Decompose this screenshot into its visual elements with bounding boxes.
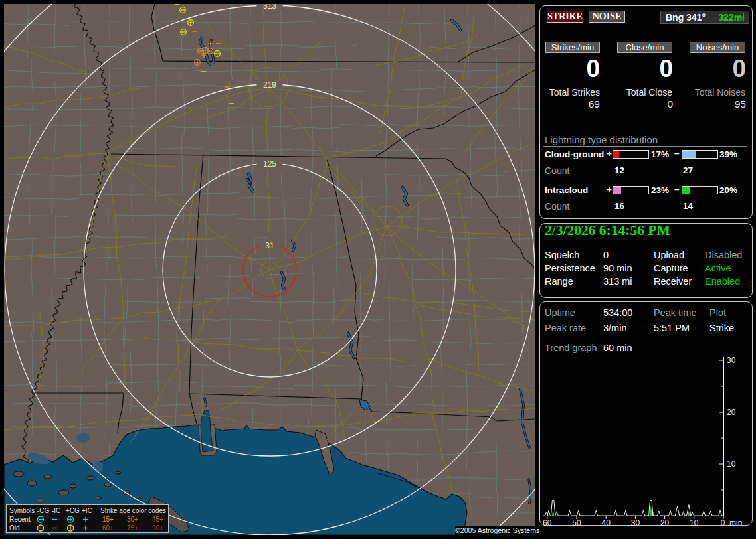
svg-text:0: 0: [721, 518, 725, 528]
svg-text:30: 30: [631, 518, 640, 528]
svg-text:60: 60: [543, 518, 552, 528]
svg-text:50: 50: [572, 518, 581, 528]
svg-text:min: min: [729, 518, 742, 528]
svg-text:20: 20: [660, 518, 670, 528]
svg-text:20: 20: [727, 408, 736, 417]
svg-text:40: 40: [602, 518, 611, 528]
svg-text:10: 10: [727, 459, 736, 469]
svg-text:10: 10: [690, 518, 699, 528]
svg-text:30: 30: [727, 356, 736, 365]
